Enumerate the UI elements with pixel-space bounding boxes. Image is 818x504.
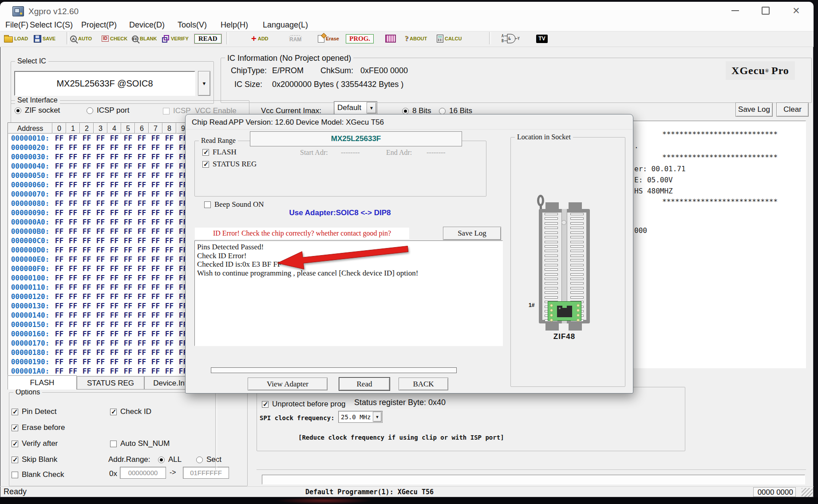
hex-byte-cell: FF [162, 320, 176, 329]
hex-byte-cell: FF [107, 236, 121, 245]
toolbar-check-button[interactable]: IDCHECK [102, 33, 127, 44]
hex-byte-cell: FF [94, 273, 107, 283]
toolbar-ram-button[interactable]: RAM [288, 33, 302, 44]
menu-item-select-ic-s-[interactable]: Select IC(S) [30, 20, 73, 31]
spi-clock-combobox[interactable]: 25.0 MHz ▼ [338, 411, 383, 423]
chevron-down-icon[interactable]: ▼ [373, 412, 382, 422]
toolbar-add-button[interactable]: +ADD [251, 33, 269, 44]
zif-pin-slot [570, 245, 584, 248]
verify-after-checkbox[interactable]: Verify after [12, 439, 58, 448]
hex-byte-cell: FF [149, 292, 162, 301]
save-log-button[interactable]: Save Log [735, 102, 773, 117]
toolbar-prog-button[interactable]: PROG. [346, 33, 374, 44]
toolbar-auto-button[interactable]: AAUTO [70, 33, 92, 44]
radio-icon [15, 107, 21, 114]
hex-row: 00000170:FFFFFFFFFFFFFFFFFFFF [8, 339, 189, 348]
hex-byte-cell: FF [66, 320, 80, 329]
menu-item-help-h-[interactable]: Help(H) [221, 20, 248, 31]
clear-button[interactable]: Clear [776, 102, 809, 117]
dialog-save-log-button[interactable]: Save Log [443, 227, 501, 240]
zif-pin-slot [570, 236, 584, 238]
hex-address-cell: 00000110: [8, 283, 52, 292]
toolbar-load-button[interactable]: LOAD [4, 33, 28, 44]
menu-item-project-p-[interactable]: Project(P) [81, 20, 117, 31]
wallpaper-glow [275, 497, 373, 504]
minimize-button[interactable] [725, 4, 745, 18]
status-reg-checkbox[interactable]: STATUS REG [202, 160, 257, 169]
hex-byte-cell: FF [121, 366, 135, 375]
flash-label: FLASH [213, 148, 237, 157]
hex-address-header: Address [8, 123, 52, 134]
menu-item-language-l-[interactable]: Language(L) [263, 20, 308, 31]
hex-byte-cell: FF [135, 171, 149, 180]
toolbar-blank-button[interactable]: FFBLANK [132, 33, 157, 44]
menu-item-tools-v-[interactable]: Tools(V) [178, 20, 207, 31]
toolbar-chip-button[interactable] [385, 33, 396, 44]
toolbar-tv-button[interactable]: TV [536, 33, 548, 44]
radio-icon [87, 107, 93, 114]
toolbar-save-button[interactable]: SAVE [34, 33, 55, 44]
select-ic-dropdown-button[interactable]: ▼ [198, 71, 210, 96]
zif-socket-radio[interactable]: ZIF socket [15, 106, 60, 115]
ic-info-title: IC Information (No Project opened) [225, 54, 353, 63]
read-button[interactable]: Read [339, 378, 390, 390]
hex-byte-cell: FF [162, 301, 176, 311]
toolbar-about-button[interactable]: ?ABOUT [405, 33, 427, 44]
close-icon: × [793, 4, 800, 18]
view-adapter-button[interactable]: View Adapter [248, 378, 328, 390]
auto-sn-checkbox[interactable]: Auto SN_NUM [110, 439, 170, 448]
maximize-button[interactable] [755, 4, 776, 18]
blank-check-checkbox[interactable]: Blank Check [12, 470, 64, 479]
hex-address-cell: 00000080: [8, 199, 52, 208]
pin-detect-checkbox[interactable]: Pin Detect [12, 407, 56, 416]
menu-item-file-f-[interactable]: File(F) [5, 20, 28, 31]
hex-buffer-grid[interactable]: Address012345678900000010:FFFFFFFFFFFFFF… [8, 122, 190, 375]
beep-sound-checkbox[interactable]: Beep Sound ON [204, 200, 264, 209]
toolbar-calcu-button[interactable]: CALCU [437, 33, 462, 44]
resize-grip[interactable] [802, 488, 813, 497]
addr-range-sect-radio[interactable]: Sect [196, 455, 221, 464]
toolbar-gate-button[interactable]: AB&Y [502, 33, 520, 44]
hex-byte-cell: FF [94, 208, 107, 217]
load-label: LOAD [14, 36, 28, 41]
zif-pin-slot [570, 259, 584, 261]
chksum-value: 0xFE00 0000 [360, 66, 408, 75]
hex-byte-cell: FF [52, 366, 66, 375]
hex-byte-cell: FF [107, 329, 121, 339]
toolbar-read-button[interactable]: READ [194, 33, 221, 44]
hex-byte-cell: FF [149, 143, 162, 152]
hex-byte-cell: FF [135, 199, 149, 208]
check-id-checkbox[interactable]: Check ID [110, 407, 151, 416]
hex-address-cell: 00000030: [8, 152, 52, 161]
flash-checkbox[interactable]: FLASH [202, 148, 237, 157]
hex-byte-cell: FF [162, 189, 176, 199]
hex-address-cell: 00000050: [8, 171, 52, 180]
zif-pin-slot [545, 259, 558, 261]
hex-address-cell: 00000070: [8, 189, 52, 199]
hex-byte-cell: FF [135, 292, 149, 301]
chevron-down-icon[interactable]: ▼ [367, 102, 376, 114]
back-button[interactable]: BACK [399, 378, 448, 390]
hex-byte-cell: FF [121, 273, 135, 283]
main-log-fragment: *************************** [662, 197, 778, 206]
addr-to-field[interactable]: 01FFFFFF [183, 467, 229, 479]
tab-flash[interactable]: FLASH [8, 375, 77, 390]
dialog-chip-tab[interactable]: MX25L25633F [250, 131, 462, 146]
tab-status-reg[interactable]: STATUS REG [77, 376, 144, 390]
skip-blank-checkbox[interactable]: Skip Blank [12, 455, 57, 464]
addr-from-field[interactable]: 00000000 [120, 467, 166, 479]
toolbar-verify-button[interactable]: VERIFY [162, 33, 189, 44]
unprotect-checkbox[interactable]: Unprotect before prog [262, 400, 345, 409]
hex-byte-cell: FF [149, 339, 162, 348]
hex-byte-cell: FF [121, 189, 135, 199]
selected-chip-combobox[interactable]: MX25L25633F @SOIC8 [14, 71, 195, 96]
menu-item-device-d-[interactable]: Device(D) [129, 20, 165, 31]
hex-byte-cell: FF [52, 264, 66, 273]
erase-before-checkbox[interactable]: Erase before [12, 423, 65, 432]
close-button[interactable]: × [786, 4, 806, 18]
toolbar-erase-button[interactable]: Erase [318, 33, 339, 44]
hex-byte-cell: FF [94, 236, 107, 245]
addr-range-all-radio[interactable]: ALL [158, 455, 182, 464]
vcc-imax-combobox[interactable]: Default ▼ [334, 101, 377, 114]
icsp-port-radio[interactable]: ICSP port [87, 106, 129, 115]
